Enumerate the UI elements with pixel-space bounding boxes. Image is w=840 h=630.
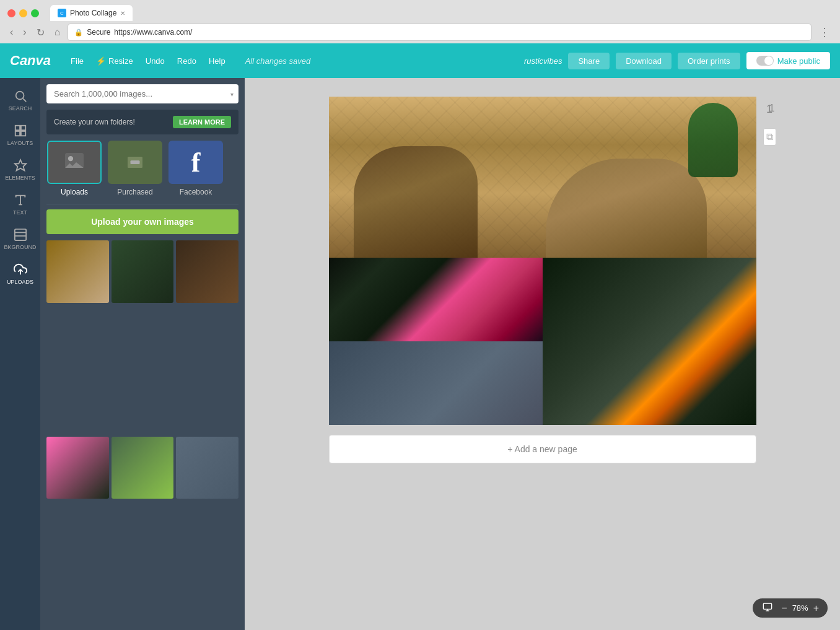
collage-firepit-image[interactable]: [543, 258, 756, 425]
file-menu[interactable]: File: [66, 54, 89, 68]
browser-traffic-lights: C Photo Collage ✕: [0, 0, 840, 24]
browser-chrome: C Photo Collage ✕ ‹ › ↻ ⌂ 🔒 Secure https…: [0, 0, 840, 43]
sidebar-label-elements: ELEMENTS: [5, 175, 35, 181]
svg-rect-9: [14, 229, 25, 240]
forward-button[interactable]: ›: [20, 25, 28, 39]
close-tab-button[interactable]: ✕: [120, 10, 125, 17]
list-item[interactable]: [176, 437, 238, 499]
svg-rect-17: [764, 603, 772, 609]
duplicate-page-button[interactable]: ⧉: [763, 128, 776, 146]
svg-marker-6: [14, 160, 25, 170]
collage-flowers-image[interactable]: [329, 258, 543, 341]
topbar: Canva File ⚡ Resize Undo Redo Help All c…: [0, 43, 840, 78]
collage-bottom-left: [329, 258, 543, 425]
browser-address-bar: ‹ › ↻ ⌂ 🔒 Secure https://www.canva.com/ …: [0, 24, 840, 45]
resize-icon: ⚡: [96, 56, 106, 66]
source-tab-uploads[interactable]: Uploads: [46, 141, 102, 196]
search-icon: [14, 89, 27, 103]
uploads-icon: [14, 263, 27, 276]
purchased-thumbnail: [108, 141, 162, 184]
page-number-label: 1: [763, 103, 776, 116]
svg-point-0: [15, 92, 24, 100]
sidebar-item-text[interactable]: TEXT: [0, 187, 40, 222]
back-button[interactable]: ‹: [7, 25, 15, 39]
sidebar-label-text: TEXT: [13, 209, 27, 216]
undo-menu[interactable]: Undo: [141, 54, 170, 68]
list-item[interactable]: [112, 240, 174, 303]
source-tabs: Uploads Purchased: [46, 141, 238, 196]
zoom-level: 78%: [792, 603, 808, 613]
uploads-thumbnail: [47, 141, 102, 184]
save-status: All changes saved: [245, 56, 311, 66]
make-public-button[interactable]: Make public: [746, 52, 830, 69]
canva-logo: Canva: [10, 53, 51, 69]
collage-top-image[interactable]: [329, 97, 756, 258]
sidebar-item-elements[interactable]: ELEMENTS: [0, 152, 40, 187]
list-item[interactable]: [176, 240, 238, 303]
browser-menu-icon[interactable]: ⋮: [816, 25, 833, 39]
main-content: SEARCH LAYOUTS ELEMENTS TEXT: [0, 78, 840, 630]
left-panel: ▾ Create your own folders! LEARN MORE: [40, 78, 245, 630]
page-wrapper: 1: [329, 97, 756, 425]
layouts-icon: [14, 124, 27, 138]
public-toggle: [756, 56, 774, 66]
presentation-mode-button[interactable]: [759, 601, 776, 615]
maximize-window-button[interactable]: [31, 9, 39, 17]
minimize-window-button[interactable]: [19, 9, 27, 17]
share-button[interactable]: Share: [568, 53, 610, 69]
redo-menu[interactable]: Redo: [172, 54, 201, 68]
source-tab-purchased-label: Purchased: [117, 188, 152, 196]
facebook-f-letter: f: [191, 147, 201, 178]
reload-button[interactable]: ↻: [34, 25, 47, 40]
browser-tab[interactable]: C Photo Collage ✕: [50, 5, 133, 21]
username-label: rusticvibes: [524, 56, 562, 66]
page-container: [329, 97, 756, 425]
folders-banner: Create your own folders! LEARN MORE: [46, 110, 238, 134]
svg-point-14: [69, 157, 72, 160]
browser-url: https://www.canva.com/: [114, 28, 192, 37]
background-icon: [14, 228, 27, 242]
toggle-knob: [764, 56, 773, 65]
add-page-button[interactable]: + Add a new page: [329, 435, 756, 463]
elements-icon: [14, 159, 27, 172]
upload-images-button[interactable]: Upload your own images: [46, 209, 238, 234]
purchased-thumb-icon: [124, 151, 146, 173]
facebook-thumbnail: f: [168, 141, 223, 184]
sidebar-item-uploads[interactable]: UPLOADS: [0, 256, 40, 291]
source-tab-facebook-label: Facebook: [180, 188, 212, 196]
help-menu[interactable]: Help: [204, 54, 230, 68]
collage-bottom-row: [329, 258, 756, 425]
search-dropdown-icon: ▾: [230, 90, 234, 97]
svg-rect-3: [20, 126, 25, 130]
svg-rect-16: [131, 160, 140, 164]
source-tab-purchased[interactable]: Purchased: [107, 141, 163, 196]
zoom-in-button[interactable]: +: [811, 603, 821, 614]
home-button[interactable]: ⌂: [52, 25, 63, 39]
list-item[interactable]: [46, 437, 109, 499]
learn-more-button[interactable]: LEARN MORE: [173, 116, 231, 128]
list-item[interactable]: [46, 240, 109, 303]
search-bar-container: ▾: [46, 84, 238, 103]
sidebar-item-layouts[interactable]: LAYOUTS: [0, 118, 40, 152]
tab-title: Photo Collage: [70, 9, 116, 17]
sidebar-label-layouts: LAYOUTS: [7, 140, 33, 146]
sidebar-item-search[interactable]: SEARCH: [0, 83, 40, 118]
search-input[interactable]: [46, 84, 238, 103]
zoom-bar: − 78% +: [753, 598, 828, 618]
source-tab-facebook[interactable]: f Facebook: [168, 141, 224, 196]
folders-text: Create your own folders!: [54, 118, 135, 126]
zoom-out-button[interactable]: −: [779, 603, 789, 614]
order-prints-button[interactable]: Order prints: [678, 53, 740, 69]
url-bar[interactable]: 🔒 Secure https://www.canva.com/: [68, 24, 812, 41]
page-controls: 1 ⧉: [763, 103, 776, 146]
list-item[interactable]: [112, 437, 174, 499]
sidebar-item-background[interactable]: BKGROUND: [0, 222, 40, 256]
download-button[interactable]: Download: [616, 53, 672, 69]
uploads-thumb-icon: [63, 151, 85, 173]
topbar-menu: File ⚡ Resize Undo Redo Help: [66, 54, 230, 68]
sidebar-label-bkground: BKGROUND: [4, 244, 36, 250]
close-window-button[interactable]: [7, 9, 15, 17]
svg-rect-2: [15, 126, 19, 130]
resize-menu[interactable]: ⚡ Resize: [91, 54, 138, 68]
collage-pavers-image[interactable]: [329, 341, 543, 425]
